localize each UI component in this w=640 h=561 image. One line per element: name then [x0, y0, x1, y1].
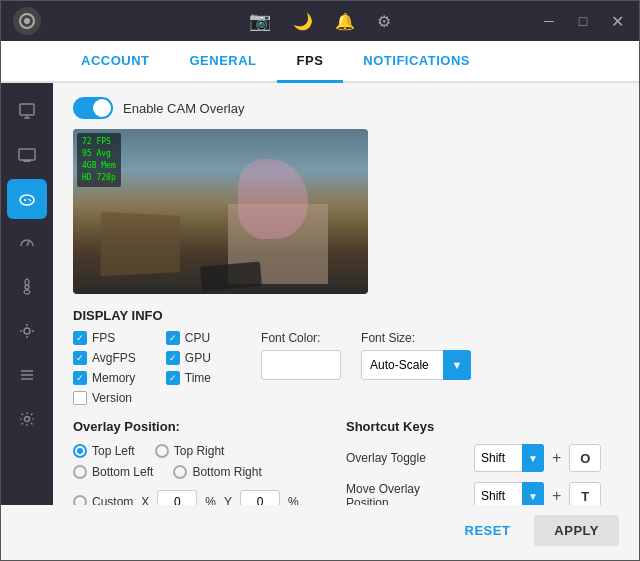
app-logo — [13, 7, 41, 35]
overlay-toggle-modifier-select[interactable]: Shift Ctrl Alt — [474, 444, 544, 472]
checkbox-gpu[interactable]: ✓ GPU — [166, 351, 211, 365]
overlay-toggle-row: Enable CAM Overlay — [73, 97, 619, 119]
apply-button[interactable]: APPLY — [534, 515, 619, 546]
app-window: 📷 🌙 🔔 ⚙ ─ □ ✕ ACCOUNT GENERAL FPS NOTIFI… — [0, 0, 640, 561]
move-overlay-key: T — [569, 482, 601, 505]
svg-point-17 — [24, 290, 30, 294]
radio-bottom-right[interactable]: Bottom Right — [173, 465, 261, 479]
moon-icon[interactable]: 🌙 — [293, 12, 313, 31]
minimize-button[interactable]: ─ — [539, 13, 559, 29]
memory-checkbox[interactable]: ✓ — [73, 371, 87, 385]
checkbox-avgfps[interactable]: ✓ AvgFPS — [73, 351, 136, 365]
radio-bottom-left[interactable]: Bottom Left — [73, 465, 153, 479]
position-row-1: Top Left Top Right — [73, 444, 346, 458]
font-color-label: Font Color: — [261, 331, 341, 345]
position-row-2: Bottom Left Bottom Right — [73, 465, 346, 479]
position-custom-row: Custom X % Y % — [73, 490, 346, 505]
font-color-input[interactable] — [261, 350, 341, 380]
overlay-position-title: Overlay Position: — [73, 419, 346, 434]
custom-y-input[interactable] — [240, 490, 280, 505]
sidebar-item-monitor[interactable] — [7, 91, 47, 131]
bell-icon[interactable]: 🔔 — [335, 12, 355, 31]
move-overlay-plus: + — [552, 487, 561, 505]
title-bar-left — [13, 7, 41, 35]
display-info-row: ✓ FPS ✓ AvgFPS ✓ Memory — [73, 331, 619, 405]
title-bar: 📷 🌙 🔔 ⚙ ─ □ ✕ — [1, 1, 639, 41]
sidebar-item-speedometer[interactable] — [7, 223, 47, 263]
radio-custom-circle[interactable] — [73, 495, 87, 505]
checkbox-version[interactable]: Version — [73, 391, 136, 405]
svg-point-1 — [24, 18, 30, 24]
maximize-button[interactable]: □ — [573, 13, 593, 29]
font-size-select-wrapper: Auto-Scale Small Medium Large ▼ — [361, 350, 471, 380]
custom-y-label: Y — [224, 495, 232, 505]
move-overlay-modifier-select[interactable]: Shift Ctrl Alt — [474, 482, 544, 505]
checkbox-fps[interactable]: ✓ FPS — [73, 331, 136, 345]
sidebar-item-list[interactable] — [7, 355, 47, 395]
shortcut-overlay-toggle-row: Overlay Toggle Shift Ctrl Alt ▼ + O — [346, 444, 619, 472]
version-checkbox[interactable] — [73, 391, 87, 405]
overlay-toggle-shortcut-label: Overlay Toggle — [346, 451, 466, 465]
preview-fps-overlay: 72 FPS 95 Avg 4GB Mem HD 720p — [77, 133, 121, 187]
close-button[interactable]: ✕ — [607, 12, 627, 31]
sidebar-item-brightness[interactable] — [7, 311, 47, 351]
sidebar-item-fan[interactable] — [7, 267, 47, 307]
font-controls: Font Color: Font Size: Auto-Scale Small … — [261, 331, 471, 380]
checkboxes-row: ✓ FPS ✓ AvgFPS ✓ Memory — [73, 331, 241, 405]
font-size-select[interactable]: Auto-Scale Small Medium Large — [361, 350, 471, 380]
font-size-control: Font Size: Auto-Scale Small Medium Large… — [361, 331, 471, 380]
display-info-section: DISPLAY INFO ✓ FPS ✓ AvgFPS — [73, 308, 619, 405]
svg-point-26 — [25, 417, 30, 422]
svg-point-13 — [25, 285, 29, 289]
tab-fps[interactable]: FPS — [277, 41, 344, 83]
camera-icon[interactable]: 📷 — [249, 10, 271, 32]
svg-point-18 — [24, 328, 30, 334]
radio-bottom-left-circle[interactable] — [73, 465, 87, 479]
radio-bottom-right-circle[interactable] — [173, 465, 187, 479]
gear-icon[interactable]: ⚙ — [377, 12, 391, 31]
overlay-toggle-label: Enable CAM Overlay — [123, 101, 244, 116]
cpu-checkbox[interactable]: ✓ — [166, 331, 180, 345]
svg-point-16 — [25, 279, 29, 285]
tab-account[interactable]: ACCOUNT — [61, 41, 170, 83]
checkbox-memory[interactable]: ✓ Memory — [73, 371, 136, 385]
overlay-preview: 72 FPS 95 Avg 4GB Mem HD 720p — [73, 129, 368, 294]
avgfps-checkbox[interactable]: ✓ — [73, 351, 87, 365]
checkbox-time[interactable]: ✓ Time — [166, 371, 211, 385]
shortcut-keys-section: Shortcut Keys Overlay Toggle Shift Ctrl … — [346, 419, 619, 505]
display-info-title: DISPLAY INFO — [73, 308, 619, 323]
svg-line-12 — [27, 241, 29, 246]
sidebar-item-gamepad[interactable] — [7, 179, 47, 219]
position-radio-group: Top Left Top Right Bottom Left — [73, 444, 346, 505]
font-color-control: Font Color: — [261, 331, 341, 380]
tab-notifications[interactable]: NOTIFICATIONS — [343, 41, 490, 83]
font-size-label: Font Size: — [361, 331, 471, 345]
overlay-position-section: Overlay Position: Top Left Top Right — [73, 419, 346, 505]
sidebar-item-display[interactable] — [7, 135, 47, 175]
move-overlay-shortcut-label: Move Overlay Position — [346, 482, 466, 505]
tab-general[interactable]: GENERAL — [170, 41, 277, 83]
svg-point-11 — [30, 200, 32, 202]
checkbox-col-1: ✓ FPS ✓ AvgFPS ✓ Memory — [73, 331, 136, 405]
shortcut-move-overlay-row: Move Overlay Position Shift Ctrl Alt ▼ +… — [346, 482, 619, 505]
content-area: Enable CAM Overlay 72 FPS 95 Avg 4GB Mem… — [1, 83, 639, 505]
footer-actions: RESET APPLY — [1, 505, 639, 560]
radio-top-left[interactable]: Top Left — [73, 444, 135, 458]
time-checkbox[interactable]: ✓ — [166, 371, 180, 385]
enable-overlay-toggle[interactable] — [73, 97, 113, 119]
radio-top-right[interactable]: Top Right — [155, 444, 225, 458]
sidebar-item-settings[interactable] — [7, 399, 47, 439]
radio-top-left-circle[interactable] — [73, 444, 87, 458]
reset-button[interactable]: RESET — [451, 515, 525, 546]
gpu-checkbox[interactable]: ✓ — [166, 351, 180, 365]
svg-rect-6 — [23, 160, 31, 162]
radio-custom[interactable]: Custom — [73, 495, 133, 505]
custom-x-input[interactable] — [157, 490, 197, 505]
fps-checkbox[interactable]: ✓ — [73, 331, 87, 345]
radio-top-right-circle[interactable] — [155, 444, 169, 458]
svg-point-7 — [20, 195, 34, 205]
main-content: Enable CAM Overlay 72 FPS 95 Avg 4GB Mem… — [53, 83, 639, 505]
checkbox-cpu[interactable]: ✓ CPU — [166, 331, 211, 345]
overlay-toggle-plus: + — [552, 449, 561, 467]
custom-x-label: X — [141, 495, 149, 505]
